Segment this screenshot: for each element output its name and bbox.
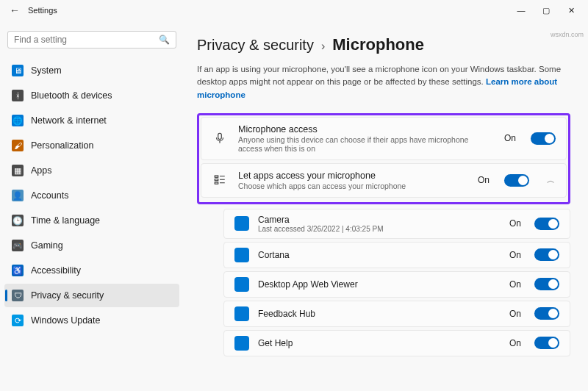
app-row: Get Help On [223,330,570,356]
toggle-state: On [509,309,521,319]
nav-label: Gaming [31,240,63,251]
nav-icon: ᚼ [12,90,24,101]
nav-icon: 🖌 [12,140,24,151]
search-input[interactable] [14,35,159,45]
app-icon [234,216,249,231]
nav-icon: 🕒 [12,215,24,226]
sidebar-item-accessibility[interactable]: ♿Accessibility [4,259,179,282]
setting-text: Let apps access your microphone Choose w… [238,171,467,190]
nav-icon: 🎮 [12,240,24,251]
page-description: If an app is using your microphone, you'… [197,63,570,101]
highlighted-settings: Microphone access Anyone using this devi… [197,113,570,204]
sidebar-item-network-internet[interactable]: 🌐Network & internet [4,109,179,132]
setting-title: Let apps access your microphone [238,171,467,181]
nav-icon: ▦ [12,165,24,176]
toggle-state: On [509,338,521,348]
watermark: wsxdn.com [551,31,584,38]
nav-label: Accounts [31,190,68,201]
sidebar-item-time-language[interactable]: 🕒Time & language [4,209,179,232]
nav-icon: 🛡 [12,290,24,301]
toggle-switch[interactable] [504,174,529,187]
titlebar: ← Settings — ▢ ✕ [0,0,588,21]
app-row: Desktop App Web Viewer On [223,271,570,298]
app-name: Feedback Hub [258,309,501,319]
nav-label: Personalization [31,140,93,151]
app-text: Camera Last accessed 3/26/2022 | 4:03:25… [258,215,501,233]
toggle-switch[interactable] [534,307,559,320]
app-name: Cortana [258,250,501,260]
nav-label: Privacy & security [31,290,104,301]
nav-label: Apps [31,165,52,176]
app-icon [234,306,249,321]
back-button[interactable]: ← [4,0,25,21]
app-icon [234,277,249,292]
setting-text: Microphone access Anyone using this devi… [238,124,494,153]
app-text: Desktop App Web Viewer [258,279,501,290]
sidebar-item-accounts[interactable]: 👤Accounts [4,184,179,207]
nav-label: Bluetooth & devices [31,90,112,101]
app-row: Cortana On [223,242,570,268]
sidebar-item-gaming[interactable]: 🎮Gaming [4,234,179,257]
toggle-switch[interactable] [534,248,559,261]
nav-label: Windows Update [31,315,101,326]
main-panel: Privacy & security › Microphone If an ap… [184,21,588,391]
nav-icon: 🖥 [12,65,24,76]
app-icon [234,248,249,262]
app-text: Get Help [258,338,501,348]
nav-icon: 👤 [12,190,24,201]
app-icon [234,336,249,351]
chevron-up-icon[interactable]: ︿ [545,175,556,186]
app-name: Desktop App Web Viewer [258,279,501,290]
window-controls: — ▢ ✕ [509,0,584,21]
app-row: Camera Last accessed 3/26/2022 | 4:03:25… [223,209,570,239]
setting-row[interactable]: Microphone access Anyone using this devi… [201,117,567,160]
breadcrumb-parent[interactable]: Privacy & security [197,37,314,54]
app-name: Camera [258,215,501,225]
toggle-switch[interactable] [534,278,559,290]
search-box[interactable]: 🔍 [7,31,176,49]
toggle-state: On [509,279,521,290]
nav-icon: 🌐 [12,115,24,126]
nav-icon: ⟳ [12,315,24,326]
app-row: Feedback Hub On [223,301,570,327]
apps-icon [212,172,228,188]
setting-title: Microphone access [238,124,494,134]
close-button[interactable]: ✕ [559,0,584,21]
setting-row[interactable]: Let apps access your microphone Choose w… [201,163,567,198]
sidebar-item-privacy-security[interactable]: 🛡Privacy & security [4,284,179,307]
setting-subtitle: Anyone using this device can choose if t… [238,135,494,153]
sidebar-item-system[interactable]: 🖥System [4,59,179,82]
setting-subtitle: Choose which apps can access your microp… [238,182,467,190]
nav-label: Network & internet [31,115,107,126]
sidebar-item-windows-update[interactable]: ⟳Windows Update [4,309,179,332]
toggle-state: On [478,175,490,185]
sidebar-item-bluetooth-devices[interactable]: ᚼBluetooth & devices [4,84,179,107]
toggle-state: On [509,250,521,260]
toggle-switch[interactable] [534,218,559,230]
chevron-right-icon: › [321,40,325,53]
sidebar: 🔍 🖥SystemᚼBluetooth & devices🌐Network & … [0,21,184,391]
mic-icon [212,130,228,146]
content: 🔍 🖥SystemᚼBluetooth & devices🌐Network & … [0,21,588,391]
svg-rect-3 [215,182,218,184]
minimize-button[interactable]: — [509,0,534,21]
app-list: Camera Last accessed 3/26/2022 | 4:03:25… [223,209,570,356]
page-title: Microphone [332,35,424,54]
nav-label: System [31,65,62,76]
settings-window: ← Settings — ▢ ✕ 🔍 🖥SystemᚼBluetooth & d… [0,0,588,391]
search-icon: 🔍 [159,35,170,45]
toggle-switch[interactable] [534,337,559,349]
nav-label: Time & language [31,215,100,226]
toggle-state: On [509,218,521,229]
svg-rect-1 [215,176,218,177]
nav-icon: ♿ [12,265,24,276]
app-text: Feedback Hub [258,309,501,319]
toggle-switch[interactable] [531,132,556,145]
nav-list: 🖥SystemᚼBluetooth & devices🌐Network & in… [4,59,179,332]
svg-rect-2 [215,179,218,181]
maximize-button[interactable]: ▢ [534,0,559,21]
toggle-state: On [504,133,516,143]
sidebar-item-apps[interactable]: ▦Apps [4,159,179,182]
nav-label: Accessibility [31,265,81,276]
sidebar-item-personalization[interactable]: 🖌Personalization [4,134,179,157]
